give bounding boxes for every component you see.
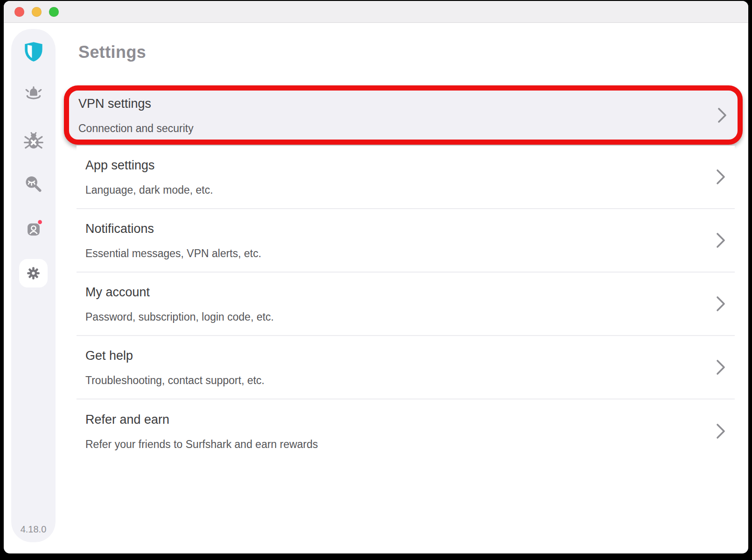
row-title: App settings [85, 158, 213, 173]
settings-item-vpn-settings[interactable]: VPN settings Connection and security [69, 91, 738, 140]
annotation-highlight: VPN settings Connection and security [64, 85, 743, 145]
app-version: 4.18.0 [11, 524, 56, 535]
sidebar-item-search[interactable] [23, 174, 44, 196]
settings-item-my-account[interactable]: My account Password, subscription, login… [77, 273, 735, 336]
row-subtitle: Refer your friends to Surfshark and earn… [85, 438, 318, 450]
sidebar-item-antivirus[interactable] [23, 130, 44, 151]
row-title: My account [85, 285, 274, 300]
chevron-right-icon [716, 169, 725, 185]
app-window: 4.18.0 Settings VPN settings Connection … [4, 1, 748, 553]
bug-icon [23, 130, 44, 151]
close-button[interactable] [14, 7, 24, 17]
settings-item-notifications[interactable]: Notifications Essential messages, VPN al… [77, 209, 735, 273]
chevron-right-icon [717, 107, 727, 123]
zoom-button[interactable] [49, 7, 59, 17]
row-subtitle: Language, dark mode, etc. [85, 184, 213, 196]
row-subtitle: Password, subscription, login code, etc. [85, 311, 274, 323]
chevron-right-icon [716, 359, 725, 375]
row-title: Notifications [85, 221, 261, 236]
row-title: VPN settings [78, 96, 194, 111]
person-icon [23, 218, 44, 240]
minimize-button[interactable] [32, 7, 42, 17]
sidebar-item-vpn-home[interactable] [23, 41, 44, 63]
notification-dot [38, 220, 42, 224]
settings-item-refer-and-earn[interactable]: Refer and earn Refer your friends to Sur… [77, 399, 735, 463]
sidebar-item-alerts[interactable] [23, 85, 44, 107]
chevron-right-icon [716, 296, 725, 312]
sidebar: 4.18.0 [11, 29, 56, 542]
row-subtitle: Troubleshooting, contact support, etc. [85, 374, 265, 386]
row-subtitle: Essential messages, VPN alerts, etc. [85, 247, 261, 259]
settings-list: App settings Language, dark mode, etc. N… [77, 146, 735, 463]
chevron-right-icon [716, 232, 725, 248]
incognito-search-icon [23, 174, 44, 196]
surfshark-shield-icon [23, 41, 44, 63]
row-title: Refer and earn [85, 412, 318, 427]
siren-icon [23, 85, 44, 107]
sidebar-item-account[interactable] [23, 218, 44, 240]
row-subtitle: Connection and security [78, 122, 194, 134]
window-titlebar [4, 1, 748, 23]
gear-icon [25, 265, 42, 282]
sidebar-item-settings[interactable] [19, 259, 48, 287]
page-title: Settings [78, 43, 146, 62]
settings-item-app-settings[interactable]: App settings Language, dark mode, etc. [77, 146, 735, 209]
settings-item-get-help[interactable]: Get help Troubleshooting, contact suppor… [77, 336, 735, 399]
row-title: Get help [85, 348, 265, 363]
chevron-right-icon [716, 423, 725, 439]
